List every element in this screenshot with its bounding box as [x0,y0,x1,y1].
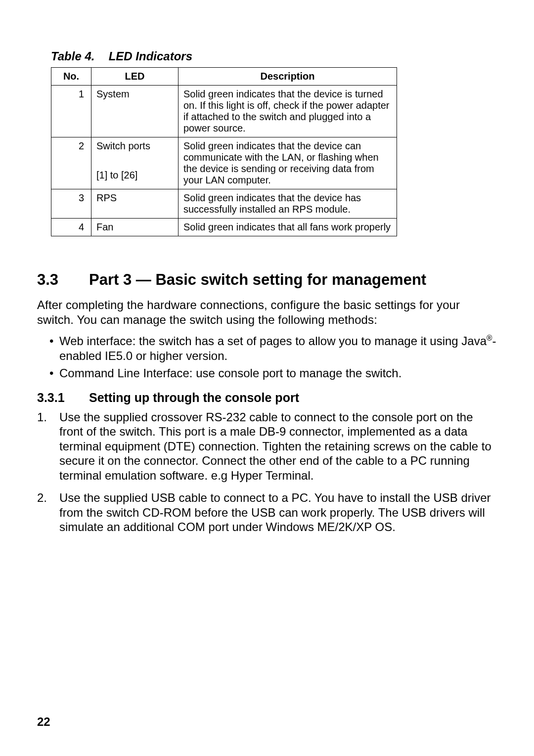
led-range: [1] to [26] [96,170,173,181]
cell-no: 2 [51,137,91,189]
cell-desc: Solid green indicates that the device ca… [178,137,397,189]
cell-led: Switch ports [1] to [26] [91,137,178,189]
intro-paragraph: After completing the hardware connection… [37,298,497,327]
table-caption: Table 4. LED Indicators [51,49,497,63]
list-item: 1. Use the supplied crossover RS-232 cab… [37,410,497,483]
section-title: Part 3 — Basic switch setting for manage… [89,271,426,289]
col-header-led: LED [91,68,178,86]
table-row: 1 System Solid green indicates that the … [51,86,397,137]
cell-led: System [91,86,178,137]
step-number: 2. [37,490,59,534]
led-indicators-table: No. LED Description 1 System Solid green… [51,67,397,236]
step-text: Use the supplied crossover RS-232 cable … [59,410,497,483]
cell-no: 1 [51,86,91,137]
bullet-item: • Web interface: the switch has a set of… [59,334,497,363]
bullet-item: • Command Line Interface: use console po… [59,366,497,381]
registered-mark: ® [487,334,492,342]
cell-led: RPS [91,189,178,219]
section-number: 3.3 [37,271,89,289]
cell-no: 4 [51,219,91,236]
subsection-title: Setting up through the console port [89,391,299,405]
cell-desc: Solid green indicates that the device is… [178,86,397,137]
col-header-desc: Description [178,68,397,86]
table-row: 3 RPS Solid green indicates that the dev… [51,189,397,219]
subsection-number: 3.3.1 [37,391,89,405]
table-row: 4 Fan Solid green indicates that all fan… [51,219,397,236]
numbered-list: 1. Use the supplied crossover RS-232 cab… [37,410,497,534]
led-name: Fan [96,222,113,232]
cell-led: Fan [91,219,178,236]
page-number: 22 [37,715,50,729]
section-heading: 3.3 Part 3 — Basic switch setting for ma… [37,271,497,289]
cell-desc: Solid green indicates that the device ha… [178,189,397,219]
bullet-text-pre: Web interface: the switch has a set of p… [59,334,487,348]
table-row: 2 Switch ports [1] to [26] Solid green i… [51,137,397,189]
cell-no: 3 [51,189,91,219]
col-header-no: No. [51,68,91,86]
bullet-icon: • [49,366,53,381]
led-name: Switch ports [96,140,150,151]
list-item: 2. Use the supplied USB cable to connect… [37,490,497,534]
table-caption-label: Table 4. [51,49,105,63]
table-header-row: No. LED Description [51,68,397,86]
table-caption-title: LED Indicators [109,49,192,63]
bullet-text-pre: Command Line Interface: use console port… [59,366,401,380]
cell-desc: Solid green indicates that all fans work… [178,219,397,236]
step-text: Use the supplied USB cable to connect to… [59,490,497,534]
bullet-list: • Web interface: the switch has a set of… [37,334,497,381]
subsection-heading: 3.3.1 Setting up through the console por… [37,391,497,405]
bullet-icon: • [49,334,53,349]
document-page: Table 4. LED Indicators No. LED Descript… [0,0,534,756]
led-name: System [96,89,130,99]
led-name: RPS [96,192,117,203]
step-number: 1. [37,410,59,483]
